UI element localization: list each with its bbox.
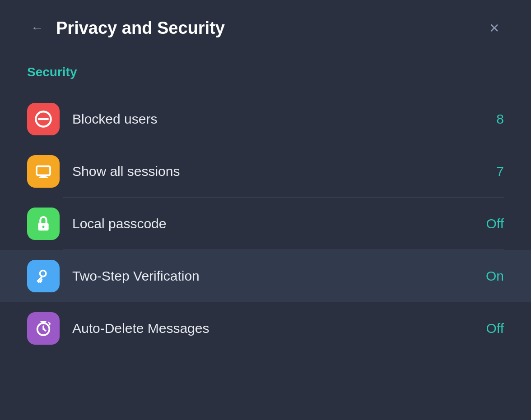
settings-list: Blocked users 8 Show all sessions 7 [27, 93, 504, 355]
local-passcode-value: Off [486, 216, 504, 231]
blocked-users-label: Blocked users [72, 111, 496, 127]
blocked-users-icon-bg [27, 103, 60, 135]
page-title: Privacy and Security [56, 18, 484, 38]
header: ← Privacy and Security ✕ [27, 18, 504, 38]
auto-delete-item[interactable]: Auto-Delete Messages Off [27, 302, 504, 355]
show-sessions-value: 7 [496, 164, 504, 179]
auto-delete-label: Auto-Delete Messages [72, 321, 486, 336]
privacy-security-panel: ← Privacy and Security ✕ Security Blocke… [0, 0, 531, 420]
auto-delete-icon-bg [27, 312, 60, 345]
auto-delete-value: Off [486, 321, 504, 336]
local-passcode-icon-bg [27, 208, 60, 240]
local-passcode-item[interactable]: Local passcode Off [27, 198, 504, 250]
svg-rect-2 [37, 166, 50, 175]
two-step-value: On [486, 268, 504, 284]
two-step-icon-bg [27, 260, 60, 292]
svg-point-6 [42, 226, 45, 228]
timer-icon [34, 319, 52, 337]
show-sessions-label: Show all sessions [72, 164, 496, 179]
two-step-verification-item[interactable]: Two-Step Verification On [0, 250, 531, 302]
show-sessions-icon-bg [27, 155, 60, 188]
show-sessions-item[interactable]: Show all sessions 7 [27, 145, 504, 198]
local-passcode-label: Local passcode [72, 216, 486, 231]
close-button[interactable]: ✕ [484, 18, 504, 38]
section-label: Security [27, 65, 504, 79]
lock-icon [34, 215, 52, 233]
svg-rect-4 [39, 177, 48, 178]
block-icon [34, 110, 52, 128]
sessions-icon [34, 162, 52, 180]
two-step-label: Two-Step Verification [72, 268, 486, 284]
blocked-users-item[interactable]: Blocked users 8 [27, 93, 504, 145]
blocked-users-value: 8 [496, 111, 504, 127]
key-icon [34, 267, 52, 285]
back-button[interactable]: ← [27, 18, 47, 38]
